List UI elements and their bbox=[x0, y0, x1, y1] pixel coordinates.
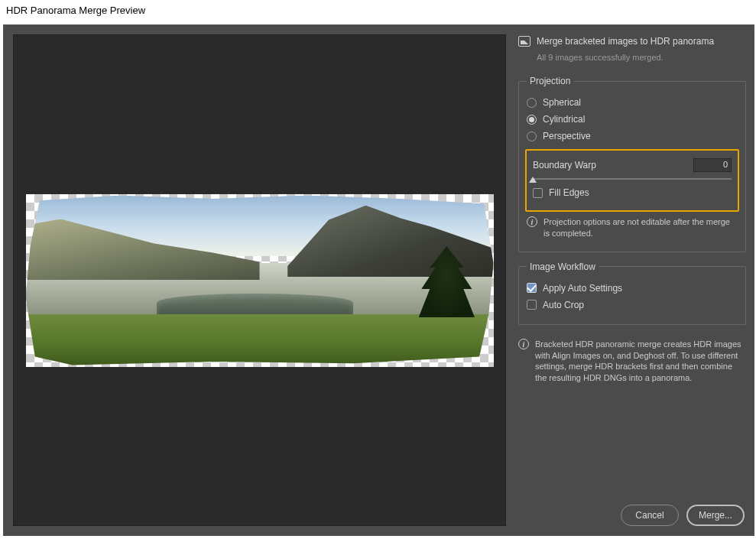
projection-note: Projection options are not editable afte… bbox=[543, 216, 738, 239]
boundary-warp-label: Boundary Warp bbox=[533, 160, 596, 170]
merge-status-text: All 9 images successfully merged. bbox=[537, 53, 746, 62]
radio-icon bbox=[527, 132, 537, 141]
info-icon: i bbox=[527, 216, 537, 227]
projection-cylindrical-radio[interactable]: Cylindrical bbox=[527, 114, 738, 125]
workflow-legend: Image Workflow bbox=[527, 261, 599, 272]
panorama-image bbox=[26, 196, 494, 365]
checkbox-label: Auto Crop bbox=[543, 300, 584, 310]
preview-pane bbox=[13, 34, 506, 526]
auto-crop-checkbox[interactable]: Auto Crop bbox=[527, 300, 738, 310]
fill-edges-checkbox[interactable]: Fill Edges bbox=[533, 187, 732, 198]
panel-heading: Merge bracketed images to HDR panorama bbox=[537, 36, 714, 47]
window-title: HDR Panorama Merge Preview bbox=[0, 0, 756, 21]
merge-button[interactable]: Merge... bbox=[686, 505, 745, 526]
boundary-warp-highlight: Boundary Warp 0 Fill Edges bbox=[525, 149, 739, 212]
boundary-warp-value[interactable]: 0 bbox=[693, 158, 732, 172]
checkbox-icon bbox=[527, 300, 537, 310]
radio-icon bbox=[527, 98, 537, 108]
slider-thumb-icon[interactable] bbox=[529, 177, 537, 183]
footer-note: Bracketed HDR panoramic merge creates HD… bbox=[535, 339, 746, 384]
apply-auto-settings-checkbox[interactable]: Apply Auto Settings bbox=[527, 283, 738, 294]
info-icon: i bbox=[518, 339, 529, 349]
radio-label: Perspective bbox=[543, 131, 591, 141]
options-panel: Merge bracketed images to HDR panorama A… bbox=[515, 25, 754, 535]
dialog-content: Merge bracketed images to HDR panorama A… bbox=[3, 24, 754, 536]
hdr-panorama-merge-dialog: HDR Panorama Merge Preview Merge bracket… bbox=[0, 0, 756, 539]
dialog-button-row: Cancel Merge... bbox=[518, 500, 746, 529]
boundary-warp-slider[interactable] bbox=[533, 178, 732, 180]
checkbox-label: Fill Edges bbox=[549, 187, 589, 198]
checkbox-label: Apply Auto Settings bbox=[543, 283, 622, 294]
projection-perspective-radio[interactable]: Perspective bbox=[527, 131, 738, 141]
image-workflow-group: Image Workflow Apply Auto Settings Auto … bbox=[518, 261, 746, 325]
radio-icon bbox=[527, 115, 537, 125]
checkbox-icon bbox=[527, 283, 537, 293]
radio-label: Cylindrical bbox=[543, 114, 585, 125]
panorama-icon bbox=[518, 36, 530, 47]
projection-legend: Projection bbox=[527, 76, 573, 86]
checkbox-icon bbox=[533, 188, 543, 198]
cancel-button[interactable]: Cancel bbox=[621, 505, 679, 526]
projection-spherical-radio[interactable]: Spherical bbox=[527, 97, 738, 108]
radio-label: Spherical bbox=[543, 97, 581, 108]
projection-group: Projection Spherical Cylindrical Perspec… bbox=[518, 76, 746, 252]
panorama-preview-canvas[interactable] bbox=[26, 194, 494, 367]
